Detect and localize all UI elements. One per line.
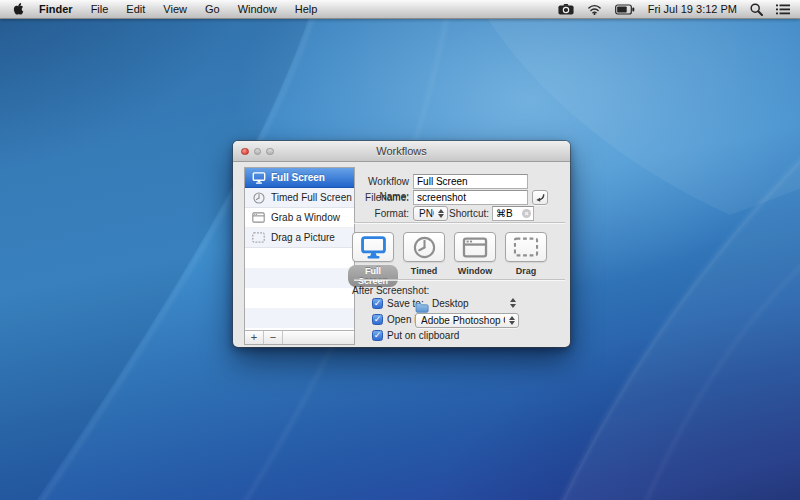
filename-input[interactable]: [413, 190, 528, 205]
mode-full-screen-label: Full Screen: [348, 265, 398, 287]
empty-list-row: [245, 288, 354, 308]
clock-icon: [251, 192, 266, 204]
list-menu-icon: [776, 4, 790, 15]
window-controls: [241, 148, 274, 156]
mode-timed-button[interactable]: [403, 232, 445, 262]
camera-menu-extra[interactable]: [558, 3, 574, 15]
display-icon: [251, 172, 266, 184]
save-to-popup-arrows-icon[interactable]: [506, 298, 516, 308]
wifi-icon: [587, 3, 602, 15]
menu-window[interactable]: Window: [229, 0, 286, 19]
spotlight-search-icon: [750, 3, 763, 16]
battery-menu-extra[interactable]: [615, 4, 635, 15]
sidebar-item-drag-a-picture[interactable]: Drag a Picture: [245, 228, 354, 248]
spotlight-menu-extra[interactable]: [750, 3, 763, 16]
clock-icon: [413, 236, 436, 259]
remove-workflow-button[interactable]: −: [264, 331, 283, 344]
window-icon: [462, 237, 488, 258]
filename-token-icon: [535, 193, 545, 203]
apple-menu[interactable]: [10, 2, 30, 16]
menu-view[interactable]: View: [154, 0, 196, 19]
list-toolbar: + −: [245, 330, 354, 344]
sidebar-item-label: Drag a Picture: [271, 232, 335, 243]
menu-go[interactable]: Go: [196, 0, 229, 19]
separator: [354, 279, 565, 280]
shortcut-clear-button[interactable]: ×: [522, 209, 531, 218]
mode-drag-button[interactable]: [505, 232, 547, 262]
window-icon: [251, 212, 266, 223]
shortcut-label: Shortcut:: [449, 206, 488, 221]
format-value: PNG: [419, 208, 434, 219]
open-in-checkbox[interactable]: ✓: [372, 314, 383, 325]
save-to-checkbox[interactable]: ✓: [372, 298, 383, 309]
sidebar-item-grab-a-window[interactable]: Grab a Window: [245, 208, 354, 228]
put-on-clipboard-checkbox[interactable]: ✓: [372, 330, 383, 341]
empty-list-row: [245, 308, 354, 328]
empty-list-row: [245, 268, 354, 288]
close-button[interactable]: [241, 148, 249, 156]
window-titlebar[interactable]: Workflows: [233, 141, 570, 162]
mode-window-button[interactable]: [454, 232, 496, 262]
workflow-list: Full Screen Timed Full Screen: [244, 167, 355, 345]
workflow-name-input[interactable]: [413, 174, 528, 189]
separator: [354, 222, 565, 223]
open-in-value: Adobe Photoshop CS5: [421, 315, 505, 326]
sidebar-item-label: Full Screen: [271, 172, 325, 183]
add-workflow-button[interactable]: +: [245, 331, 264, 344]
sidebar-item-timed-full-screen[interactable]: Timed Full Screen: [245, 188, 354, 208]
menu-help[interactable]: Help: [286, 0, 327, 19]
put-on-clipboard-row[interactable]: ✓ Put on clipboard: [372, 330, 459, 341]
camera-icon: [558, 3, 574, 15]
minimize-button[interactable]: [254, 148, 262, 156]
after-screenshot-heading: After Screenshot:: [352, 285, 429, 296]
mode-timed-label: Timed: [399, 266, 449, 276]
mode-window-label: Window: [450, 266, 500, 276]
marquee-icon: [513, 237, 539, 257]
popup-arrows-icon: [505, 316, 515, 326]
display-icon: [360, 236, 387, 259]
format-popup[interactable]: PNG: [413, 206, 448, 221]
apple-icon: [12, 2, 24, 16]
format-label: Format:: [340, 206, 409, 221]
menu-bar-status: Fri Jul 19 3:12 PM: [558, 3, 790, 16]
mode-drag-label: Drag: [501, 266, 551, 276]
popup-arrows-icon: [434, 209, 444, 219]
menu-file[interactable]: File: [82, 0, 118, 19]
menu-bar-left: Finder File Edit View Go Window Help: [10, 0, 326, 19]
notification-center-menu-extra[interactable]: [776, 4, 790, 15]
zoom-button[interactable]: [266, 148, 274, 156]
filename-token-button[interactable]: [532, 190, 548, 205]
marquee-icon: [251, 232, 266, 243]
open-in-popup[interactable]: Adobe Photoshop CS5: [415, 313, 519, 328]
wifi-menu-extra[interactable]: [587, 3, 602, 15]
put-on-clipboard-label: Put on clipboard: [387, 330, 459, 341]
filename-label: Filename:: [340, 190, 409, 205]
menu-finder[interactable]: Finder: [30, 0, 82, 19]
battery-icon: [615, 4, 635, 15]
mode-full-screen-button[interactable]: [352, 232, 394, 262]
save-to-value: Desktop: [432, 298, 469, 309]
workflows-window: Workflows Full Screen Timed Full: [233, 141, 570, 347]
empty-list-row: [245, 248, 354, 268]
menu-bar: Finder File Edit View Go Window Help: [0, 0, 800, 19]
window-title: Workflows: [233, 141, 570, 161]
sidebar-item-label: Grab a Window: [271, 212, 340, 223]
sidebar-item-full-screen[interactable]: Full Screen: [245, 168, 354, 188]
menu-clock[interactable]: Fri Jul 19 3:12 PM: [648, 3, 737, 15]
menu-edit[interactable]: Edit: [117, 0, 154, 19]
save-to-popup[interactable]: Desktop: [432, 298, 469, 309]
